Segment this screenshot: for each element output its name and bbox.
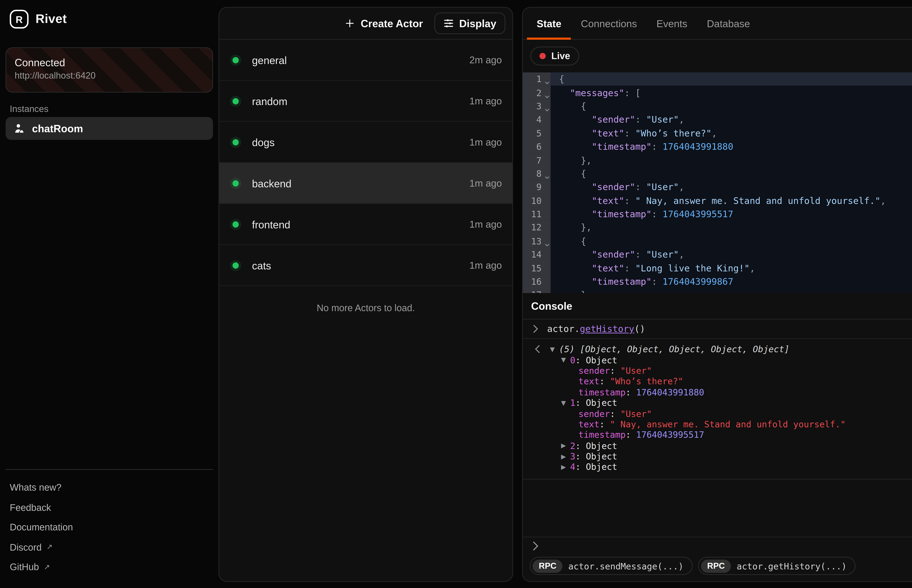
tree-toggle-icon[interactable]: ▼ (550, 346, 555, 353)
code-token: : (635, 182, 646, 192)
console-token: : (626, 430, 636, 440)
console-title: Console (531, 300, 572, 312)
fold-chevron-icon[interactable] (544, 107, 550, 113)
tree-toggle-icon[interactable]: ▶ (561, 464, 566, 470)
tree-toggle-icon[interactable]: ▼ (561, 356, 566, 363)
fold-chevron-icon[interactable] (544, 175, 550, 180)
editor-code: "sender": "User", (550, 180, 912, 194)
console-header[interactable]: Console (523, 293, 912, 320)
editor-line: 16 "timestamp": 1764043999867 (523, 275, 912, 288)
app-logo: R Rivet (10, 10, 67, 29)
create-actor-button[interactable]: Create Actor (338, 13, 430, 34)
actor-list-end-message: No more Actors to load. (219, 286, 512, 313)
line-number: 14 (531, 249, 542, 260)
line-number: 11 (531, 209, 542, 219)
inspector-tabs: StateConnectionsEventsDatabase Running (523, 8, 912, 40)
code-token: "User" (646, 249, 679, 260)
external-link-icon: ↗ (44, 562, 50, 571)
sidebar-link-documentation[interactable]: Documentation (10, 517, 209, 537)
console-token: "User" (620, 408, 652, 418)
code-token (559, 114, 592, 125)
actor-name: general (252, 54, 287, 66)
code-token: }, (559, 155, 592, 165)
editor-gutter: 17 (523, 288, 550, 293)
editor-line: 1{ (523, 73, 912, 86)
chevron-left-icon (534, 345, 541, 354)
code-token: , (679, 249, 684, 260)
rpc-shortcut-button[interactable]: RPCactor.getHistory(...) (698, 557, 856, 575)
code-token: "User" (646, 182, 679, 192)
console-empty-area (523, 479, 912, 536)
sidebar-link-label: Feedback (10, 502, 51, 513)
tree-toggle-icon[interactable]: ▶ (561, 453, 566, 460)
display-button[interactable]: Display (434, 13, 505, 34)
console-token: : (610, 365, 620, 376)
code-token: : (635, 249, 646, 260)
sidebar-link-label: Documentation (10, 522, 73, 533)
editor-line: 5 "text": "Who’s there?", (523, 126, 912, 140)
fold-chevron-icon[interactable] (544, 94, 550, 99)
fold-chevron-icon[interactable] (544, 242, 550, 248)
console-token: 4 (570, 462, 575, 472)
live-toggle[interactable]: Live (530, 47, 579, 65)
tab-state[interactable]: State (527, 8, 571, 39)
actor-row-dogs[interactable]: dogs1m ago (219, 122, 512, 163)
line-number: 2 (536, 87, 542, 98)
actor-row-general[interactable]: general2m ago (219, 40, 512, 81)
sidebar-link-github[interactable]: GitHub↗ (10, 557, 209, 577)
editor-code: "text": "Long live the King!", (550, 261, 912, 275)
code-token: : (625, 128, 635, 138)
tab-label: Database (707, 18, 750, 29)
sidebar-item-chatroom[interactable]: chatRoom (6, 117, 213, 140)
tab-connections[interactable]: Connections (571, 8, 647, 39)
tab-events[interactable]: Events (647, 8, 697, 39)
sidebar-link-feedback[interactable]: Feedback (10, 498, 209, 518)
rpc-shortcut-button[interactable]: RPCactor.sendMessage(...) (530, 557, 692, 575)
rpc-shortcuts: RPCactor.sendMessage(...)RPCactor.getHis… (523, 555, 912, 581)
actor-name: frontend (252, 218, 291, 230)
app-title: Rivet (36, 12, 67, 26)
state-json-editor[interactable]: 1{2 "messages": [3 {4 "sender": "User",5… (523, 73, 912, 293)
editor-gutter: 2 (523, 86, 550, 99)
console-token: : Object (575, 462, 617, 472)
plus-icon (345, 18, 355, 29)
actor-row-random[interactable]: random1m ago (219, 81, 512, 122)
sidebar-link-whats-new-[interactable]: Whats new? (10, 478, 209, 498)
editor-gutter: 6 (523, 140, 550, 153)
editor-code: "messages": [ (550, 86, 912, 99)
editor-line: 6 "timestamp": 1764043991880 (523, 140, 912, 153)
code-token: "text" (592, 263, 625, 273)
console-token: 1 (570, 397, 575, 408)
rpc-method-label: actor.sendMessage(...) (568, 561, 683, 571)
editor-gutter: 1 (523, 73, 550, 86)
line-number: 3 (536, 101, 542, 111)
console-token: sender (578, 408, 610, 418)
console-input-row[interactable] (523, 536, 912, 555)
code-token: "sender" (592, 182, 635, 192)
actor-timestamp: 1m ago (469, 260, 502, 271)
tab-database[interactable]: Database (697, 8, 760, 39)
editor-code: { (550, 167, 912, 180)
actor-name: dogs (252, 136, 275, 148)
editor-line: 8 { (523, 167, 912, 180)
code-token: : (625, 263, 635, 273)
console-line: timestamp: 1764043991880 (523, 387, 912, 397)
editor-gutter: 10 (523, 194, 550, 207)
tree-toggle-icon[interactable]: ▶ (561, 442, 566, 449)
rpc-method-label: actor.getHistory(...) (737, 561, 847, 571)
console-line: sender: "User" (523, 365, 912, 376)
actor-row-cats[interactable]: cats1m ago (219, 245, 512, 286)
editor-code: "timestamp": 1764043995517 (550, 207, 912, 221)
actor-row-frontend[interactable]: frontend1m ago (219, 204, 512, 245)
tree-toggle-icon[interactable]: ▼ (561, 399, 566, 406)
fold-chevron-icon[interactable] (544, 80, 550, 86)
console-token: : (626, 387, 636, 397)
editor-gutter: 12 (523, 221, 550, 234)
line-number: 7 (536, 155, 542, 165)
status-dot-icon (232, 180, 239, 186)
sidebar-link-discord[interactable]: Discord↗ (10, 537, 209, 557)
console-line: ▼(5) [Object, Object, Object, Object, Ob… (523, 344, 912, 355)
actor-row-backend[interactable]: backend1m ago (219, 163, 512, 204)
code-token (559, 276, 592, 287)
editor-gutter: 15 (523, 261, 550, 275)
